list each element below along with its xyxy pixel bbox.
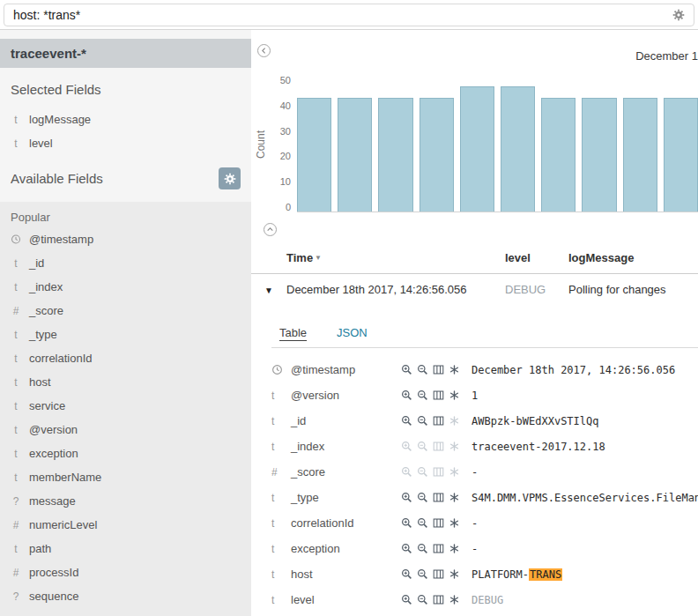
detail-rows: @timestampDecember 18th 2017, 14:26:56.0…	[271, 357, 698, 612]
sidebar-field-path[interactable]: tpath	[0, 537, 251, 560]
sidebar-field-_id[interactable]: t_id	[0, 251, 251, 275]
filter-out-value-icon[interactable]	[417, 415, 428, 427]
column-header-time[interactable]: Time▼	[286, 251, 505, 264]
collapse-left-icon[interactable]	[257, 44, 271, 57]
field-type-icon: t	[11, 257, 21, 270]
field-name: sequence	[29, 590, 78, 603]
sidebar-field-fileName[interactable]: tfileName	[0, 608, 251, 616]
field-type-icon: t	[11, 448, 21, 460]
toggle-column-icon[interactable]	[433, 390, 444, 401]
filter-for-field-present-icon[interactable]	[449, 543, 460, 554]
sidebar-field-memberName[interactable]: tmemberName	[0, 465, 251, 489]
field-name: _score	[29, 304, 63, 317]
toggle-column-icon[interactable]	[433, 364, 444, 375]
filter-for-value-icon[interactable]	[401, 415, 412, 427]
filter-out-value-icon[interactable]	[417, 390, 428, 401]
index-pattern-selector[interactable]: traceevent-*	[0, 39, 251, 68]
sidebar-field-numericLevel[interactable]: #numericLevel	[0, 513, 251, 537]
histogram-bar[interactable]	[378, 98, 412, 212]
filter-for-value-icon[interactable]	[401, 568, 412, 580]
search-options-gear-icon[interactable]	[672, 9, 685, 21]
filter-for-value-icon[interactable]	[401, 364, 412, 375]
detail-field-name: @version	[291, 389, 401, 402]
tab-json[interactable]: JSON	[335, 319, 369, 347]
histogram-chart: Count 50403020100	[251, 76, 698, 212]
sort-descending-icon[interactable]: ▼	[315, 254, 322, 262]
detail-row-actions	[401, 415, 472, 427]
collapse-up-icon[interactable]	[264, 223, 277, 236]
detail-row-actions	[401, 466, 472, 478]
toggle-column-icon[interactable]	[433, 415, 444, 427]
filter-for-field-present-icon[interactable]	[449, 517, 460, 529]
field-type-icon: t	[11, 114, 21, 126]
filter-out-value-icon[interactable]	[417, 364, 428, 375]
sidebar-field-_type[interactable]: t_type	[0, 323, 251, 346]
filter-for-field-present-icon[interactable]	[449, 492, 460, 503]
field-type-icon: t	[271, 517, 291, 530]
histogram-bar[interactable]	[541, 98, 575, 212]
sidebar-field-processId[interactable]: #processId	[0, 560, 251, 584]
sidebar-field-_score[interactable]: #_score	[0, 299, 251, 323]
collapse-document-caret-icon[interactable]: ▼	[264, 286, 273, 295]
toggle-column-icon[interactable]	[433, 492, 444, 503]
filter-for-field-present-icon[interactable]	[449, 390, 460, 401]
filter-out-value-icon[interactable]	[417, 492, 428, 503]
tab-table[interactable]: Table	[278, 319, 308, 347]
histogram-bar[interactable]	[338, 98, 372, 212]
sidebar-field-logMessage[interactable]: tlogMessage	[0, 108, 251, 131]
detail-field-value: S4M.DMM.VPMS.EssenceServices.FileMan	[472, 492, 698, 504]
sidebar-field-sequence[interactable]: ?sequence	[0, 584, 251, 608]
toggle-column-icon[interactable]	[433, 517, 444, 529]
filter-out-value-icon[interactable]	[417, 517, 428, 529]
document-row[interactable]: ▼ December 18th 2017, 14:26:56.056 DEBUG…	[251, 274, 698, 305]
toggle-column-icon[interactable]	[433, 543, 444, 554]
field-name: path	[29, 542, 51, 555]
detail-field-value: -	[472, 543, 698, 555]
sidebar-field-_index[interactable]: t_index	[0, 275, 251, 299]
toggle-column-icon[interactable]	[433, 568, 444, 580]
field-type-icon: #	[11, 567, 21, 579]
histogram-bar[interactable]	[501, 86, 535, 212]
search-input[interactable]: host: *trans*	[4, 4, 694, 26]
toggle-column-icon[interactable]	[433, 594, 444, 605]
search-query-text: host: *trans*	[13, 8, 80, 22]
detail-row-_index: t_indextraceevent-2017.12.18	[271, 434, 698, 459]
histogram-bar[interactable]	[460, 86, 494, 212]
sidebar-field-service[interactable]: tservice	[0, 394, 251, 418]
field-type-icon: t	[11, 137, 21, 150]
column-header-level[interactable]: level	[505, 251, 568, 264]
sidebar-field-message[interactable]: ?message	[0, 489, 251, 513]
histogram-bar[interactable]	[420, 98, 454, 212]
filter-for-field-present-icon[interactable]	[449, 594, 460, 605]
histogram-bar[interactable]	[582, 98, 616, 212]
column-header-logmessage[interactable]: logMessage	[568, 251, 698, 264]
sidebar-field-@timestamp[interactable]: @timestamp	[0, 227, 251, 251]
sidebar-field-exception[interactable]: texception	[0, 442, 251, 465]
filter-for-field-present-icon[interactable]	[449, 568, 460, 580]
filter-for-value-icon[interactable]	[401, 543, 412, 554]
field-settings-gear-button[interactable]	[219, 167, 241, 189]
detail-row-actions	[401, 390, 472, 401]
histogram-bar[interactable]	[297, 98, 331, 212]
filter-for-field-present-icon[interactable]	[449, 364, 460, 375]
histogram-bar[interactable]	[623, 98, 657, 212]
sidebar-field-correlationId[interactable]: tcorrelationId	[0, 346, 251, 370]
filter-for-value-icon[interactable]	[401, 390, 412, 401]
histogram-bar[interactable]	[664, 98, 698, 212]
document-detail: Table JSON @timestampDecember 18th 2017,…	[251, 319, 698, 612]
filter-for-value-icon[interactable]	[401, 517, 412, 529]
detail-field-value: -	[472, 466, 698, 479]
detail-row-_score: #_score-	[271, 459, 698, 485]
sidebar-field-host[interactable]: thost	[0, 370, 251, 394]
filter-out-value-icon[interactable]	[417, 543, 428, 554]
field-type-icon: #	[11, 305, 21, 317]
sidebar-field-@version[interactable]: t@version	[0, 418, 251, 442]
filter-for-field-present-icon	[449, 466, 460, 478]
filter-out-value-icon[interactable]	[417, 568, 428, 580]
y-tick-label: 40	[280, 101, 291, 111]
sidebar-field-level[interactable]: tlevel	[0, 131, 251, 155]
filter-for-value-icon[interactable]	[401, 492, 412, 503]
filter-out-value-icon[interactable]	[417, 594, 428, 605]
filter-for-value-icon[interactable]	[401, 594, 412, 605]
detail-row-_type: t_typeS4M.DMM.VPMS.EssenceServices.FileM…	[271, 485, 698, 510]
